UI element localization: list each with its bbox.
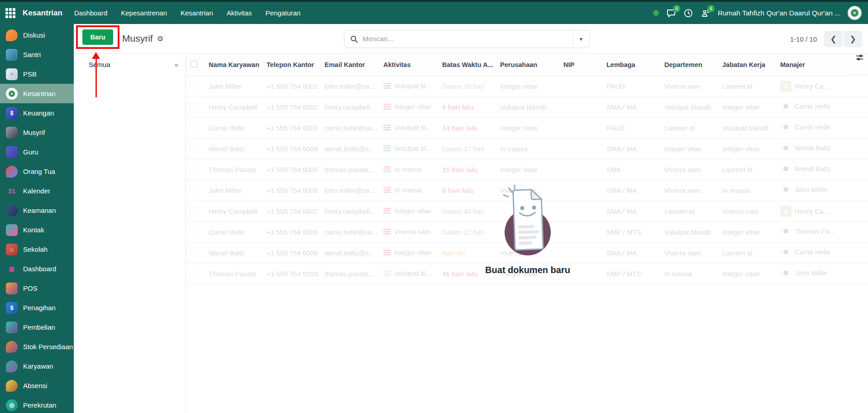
document-icon: ≡: [6, 68, 18, 80]
row-checkbox[interactable]: [191, 186, 197, 193]
cell-departemen: Viverra nam: [660, 159, 718, 180]
gear-icon[interactable]: ⚙: [157, 34, 163, 43]
column-header-lembaga[interactable]: Lembaga: [602, 54, 660, 76]
search-icon: [350, 35, 358, 43]
requests-inbox-icon[interactable]: 4: [701, 8, 711, 18]
new-record-button[interactable]: Baru: [82, 29, 113, 45]
sidebar-item-perekrutan[interactable]: ◎Perekrutan: [0, 395, 74, 413]
sidebar-item-guru[interactable]: Guru: [0, 142, 74, 162]
row-checkbox[interactable]: [191, 207, 197, 214]
table-row[interactable]: Wendi Baltz+1 555 754 0004wendi.baltz@s.…: [186, 138, 868, 159]
activity-icon[interactable]: [383, 83, 391, 89]
sidebar-item-psb[interactable]: ≡PSB: [0, 64, 74, 84]
sidebar-item-santri[interactable]: Santri: [0, 45, 74, 64]
search-dropdown-toggle[interactable]: ▼: [572, 30, 589, 48]
cell-manager: Carrie Helle: [776, 117, 848, 138]
sidebar-item-orang-tua[interactable]: Orang Tua: [0, 162, 74, 181]
sidebar-item-pembelian[interactable]: Pembelian: [0, 317, 74, 337]
apps-grid-icon[interactable]: [5, 8, 15, 18]
app-sidebar: DiskusiSantri≡PSBKesantrian$KeuanganMusy…: [0, 24, 74, 413]
row-checkbox[interactable]: [191, 144, 197, 151]
column-header-manager[interactable]: Manajer: [776, 54, 848, 76]
activity-icon[interactable]: [383, 187, 391, 193]
sidebar-item-stok-persediaan[interactable]: Stok Persediaan: [0, 337, 74, 356]
app-brand[interactable]: Kesantrian: [23, 9, 62, 18]
sidebar-item-musyrif[interactable]: Musyrif: [0, 123, 74, 142]
column-header-phone[interactable]: Telepon Kantor: [262, 54, 320, 76]
manager-avatar: [780, 246, 792, 258]
manager-avatar: [780, 163, 792, 174]
top-menu-item-aktivitas[interactable]: Aktivitas: [227, 9, 252, 17]
activities-clock-icon[interactable]: [683, 8, 693, 18]
sidebar-item-sekolah[interactable]: ⌂Sekolah: [0, 240, 74, 259]
new-document-illustration: [489, 184, 567, 262]
column-header-select[interactable]: [186, 54, 204, 76]
panel-collapse-icon[interactable]: «: [175, 61, 178, 68]
activity-icon[interactable]: [383, 270, 391, 276]
sidebar-item-dashboard[interactable]: ▦Dashboard: [0, 259, 74, 279]
table-row[interactable]: Thomas Passot+1 555 754 0005thomas.passo…: [186, 159, 868, 180]
sidebar-item-kalender[interactable]: 31Kalender: [0, 181, 74, 201]
sidebar-item-keuangan[interactable]: $Keuangan: [0, 103, 74, 123]
column-header-company[interactable]: Perusahaan: [496, 54, 559, 76]
cell-settings: [848, 242, 868, 263]
sidebar-item-pos[interactable]: POS: [0, 279, 74, 298]
sidebar-item-absensi[interactable]: Absensi: [0, 376, 74, 395]
cell-name: Wendi Baltz: [204, 242, 262, 263]
optional-columns-icon[interactable]: [856, 54, 863, 61]
cell-phone: +1 555 754 0001: [262, 76, 320, 96]
cell-name: Carrie Helle: [204, 221, 262, 242]
table-row[interactable]: Carrie Helle+1 555 754 0003carrie.helle@…: [186, 117, 868, 138]
pager-next-button[interactable]: ❯: [844, 31, 862, 47]
user-avatar[interactable]: [848, 6, 862, 20]
cell-activity: Volutpat bl...: [379, 263, 438, 284]
manager-name: Henry Ca...: [795, 82, 829, 90]
column-header-jabatan[interactable]: Jabatan Kerja: [718, 54, 776, 76]
sidebar-item-karyawan[interactable]: Karyawan: [0, 356, 74, 376]
row-checkbox[interactable]: [191, 269, 197, 276]
activity-icon[interactable]: [383, 104, 391, 110]
sidebar-item-keamanan[interactable]: Keamanan: [0, 201, 74, 220]
column-header-settings[interactable]: [848, 54, 868, 76]
sidebar-item-penagihan[interactable]: $Penagihan: [0, 298, 74, 317]
table-row[interactable]: Henry Campbell+1 555 754 0002henry.campb…: [186, 96, 868, 117]
inventory-icon: [6, 341, 18, 353]
row-checkbox[interactable]: [191, 249, 197, 255]
cell-name: Thomas Passot: [204, 159, 262, 180]
messages-badge: 4: [673, 5, 680, 12]
sidebar-item-kontak[interactable]: Kontak: [0, 220, 74, 240]
table-row[interactable]: John Miller+1 555 754 0001john.miller@sa…: [186, 76, 868, 96]
column-header-name[interactable]: Nama Karyawan: [204, 54, 262, 76]
activity-icon[interactable]: [383, 208, 391, 214]
row-checkbox[interactable]: [191, 228, 197, 235]
column-header-email[interactable]: Email Kantor: [320, 54, 379, 76]
row-checkbox[interactable]: [191, 82, 197, 89]
cell-jabatan: In massa: [718, 180, 776, 201]
sidebar-item-kesantrian[interactable]: Kesantrian: [0, 84, 74, 103]
row-checkbox[interactable]: [191, 124, 197, 130]
messages-icon[interactable]: 4: [666, 8, 676, 18]
column-header-deadline[interactable]: Batas Waktu A...: [438, 54, 496, 76]
top-menu-item-kepesantrenan[interactable]: Kepesantrenan: [121, 9, 167, 17]
row-checkbox[interactable]: [191, 165, 197, 172]
row-checkbox[interactable]: [191, 103, 197, 110]
column-header-activity[interactable]: Aktivitas: [379, 54, 438, 76]
activity-icon[interactable]: [383, 145, 391, 151]
column-header-departemen[interactable]: Departemen: [660, 54, 718, 76]
select-all-checkbox[interactable]: [191, 61, 197, 67]
top-menu-item-dashboard[interactable]: Dashboard: [74, 9, 107, 17]
company-switcher[interactable]: Rumah Tahfizh Qur'an Daarul Qur'an ...: [718, 9, 840, 17]
pager-prev-button[interactable]: ❮: [824, 31, 843, 47]
search-input[interactable]: [362, 35, 572, 43]
sidebar-item-diskusi[interactable]: Diskusi: [0, 25, 74, 45]
activity-icon[interactable]: [383, 250, 391, 255]
manager-name: Henry Ca...: [795, 207, 829, 215]
column-header-nip[interactable]: NIP: [559, 54, 602, 76]
activity-icon[interactable]: [383, 125, 391, 130]
activity-icon[interactable]: [383, 229, 391, 235]
top-menu-item-kesantrian[interactable]: Kesantrian: [181, 9, 213, 17]
cell-settings: [848, 76, 868, 96]
activity-icon[interactable]: [383, 166, 391, 172]
filter-all[interactable]: Semua: [89, 61, 110, 68]
top-menu-item-pengaturan[interactable]: Pengaturan: [266, 9, 301, 17]
